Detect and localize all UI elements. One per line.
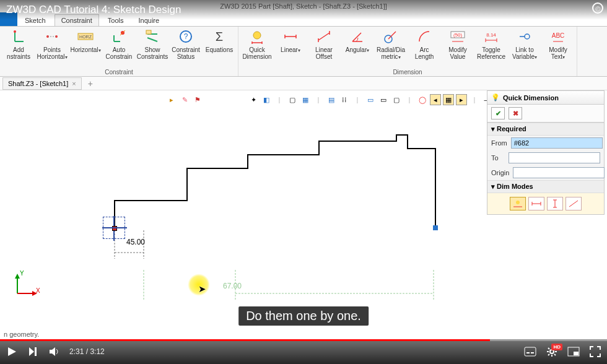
svg-rect-29 (574, 352, 579, 355)
section-dim-modes[interactable]: ▾ Dim Modes (487, 180, 604, 193)
svg-text:ABC: ABC (552, 32, 565, 39)
angular-button[interactable]: Angular (343, 28, 372, 67)
label: Constraint Status (172, 46, 200, 60)
toggle-reference-button[interactable]: 8.14 Toggle Reference (476, 28, 506, 67)
origin-input[interactable] (513, 167, 605, 178)
show-constraints-button[interactable]: Show Constraints (138, 28, 167, 67)
linear-offset-icon (315, 28, 333, 45)
perpendicular-icon (10, 28, 27, 45)
cube-icon[interactable]: ◧ (261, 94, 272, 105)
outline-icon[interactable]: ▢ (391, 94, 402, 105)
svg-rect-24 (525, 347, 536, 356)
section-label: Required (497, 125, 526, 132)
section-required[interactable]: ▾ Required (487, 123, 604, 136)
document-tab[interactable]: Shaft.Z3 - [Sketch1] × (2, 77, 82, 90)
time-display: 2:31 / 3:12 (69, 347, 105, 356)
video-top-right: ◴ (592, 2, 603, 14)
toggle-b-icon[interactable]: ▦ (443, 94, 454, 105)
sep: | (404, 94, 415, 105)
linear-button[interactable]: Linear (276, 28, 305, 67)
ribbon-group-constraint: Add nstraints Points Horizontal HORZ Hor… (0, 27, 238, 76)
run-icon[interactable]: ▸ (166, 94, 177, 105)
horizontal-button[interactable]: HORZ Horizontal (71, 28, 100, 67)
watch-later-icon[interactable]: ◴ (592, 2, 603, 14)
confirm-button[interactable]: ✔ (491, 107, 505, 119)
coordinate-system-icon: Y X (11, 272, 38, 302)
ribbon-group-dimension: Quick Dimension Linear Linear Offset Ang… (238, 27, 577, 76)
pencil-icon[interactable]: ✎ (179, 94, 190, 105)
label: Show Constraints (137, 46, 168, 60)
modify-text-icon: ABC (549, 28, 567, 45)
next-button[interactable] (27, 346, 38, 357)
modify-text-button[interactable]: ABC Modify Text (543, 28, 573, 67)
time-sep: / (84, 347, 90, 356)
dash-rect-icon[interactable]: ▭ (378, 94, 389, 105)
volume-control[interactable] (48, 346, 59, 357)
tab-tools[interactable]: Tools (102, 15, 130, 26)
dim-mode-horizontal[interactable] (528, 197, 544, 210)
cancel-button[interactable]: ✖ (509, 107, 522, 119)
toggle-reference-icon: 8.14 (483, 28, 500, 45)
hd-badge: HD (551, 344, 562, 350)
constraint-status-button[interactable]: ? Constraint Status (171, 28, 201, 67)
svg-point-0 (14, 30, 16, 33)
miniplayer-button[interactable] (567, 347, 580, 357)
linear-offset-button[interactable]: Linear Offset (309, 28, 339, 67)
box-icon[interactable]: ▢ (287, 94, 298, 105)
grid-blue-icon[interactable]: ▤ (326, 94, 337, 105)
cubes-icon[interactable]: ▦ (300, 94, 311, 105)
dotted-icon[interactable]: ⁞⁞ (339, 94, 350, 105)
from-input[interactable] (511, 137, 603, 149)
document-tabs: Shaft.Z3 - [Sketch1] × + (0, 77, 607, 90)
play-button[interactable] (6, 346, 17, 357)
volume-icon (48, 346, 59, 357)
label: Quick Dimension (242, 46, 271, 60)
auto-constrain-button[interactable]: Auto Constrain (104, 28, 134, 67)
label: Add nstraints (7, 46, 30, 60)
tab-sketch[interactable]: Sketch (19, 15, 52, 26)
close-icon[interactable]: × (72, 80, 76, 87)
dim-mode-vertical[interactable] (547, 197, 563, 210)
dim-mode-aligned[interactable] (566, 197, 582, 210)
dim-mode-auto[interactable] (510, 197, 526, 210)
toggle-a-icon[interactable]: ◂ (430, 94, 441, 105)
origin-label: Origin (491, 169, 509, 176)
svg-text:?: ? (184, 32, 188, 41)
layer-icon[interactable]: ▭ (365, 94, 376, 105)
window-title: ZW3D 2015 Part [Shaft], Sketch - [Shaft.… (220, 2, 387, 10)
constraint-status-icon: ? (177, 28, 194, 45)
svg-rect-15 (433, 225, 438, 230)
radial-diameter-button[interactable]: Radial/Dia metric (376, 28, 406, 67)
flag-icon[interactable]: ⚑ (192, 94, 203, 105)
label: Angular (346, 46, 369, 54)
fullscreen-button[interactable] (590, 346, 601, 357)
modify-value-button[interactable]: (50) Modify Value (443, 28, 473, 67)
video-caption: Do them one by one. (238, 306, 369, 326)
from-label: From (491, 139, 507, 147)
new-document-button[interactable]: + (82, 77, 99, 90)
circle-icon[interactable]: ◯ (417, 94, 428, 105)
link-to-variable-button[interactable]: Link to Variable (510, 28, 539, 67)
svg-point-19 (516, 201, 520, 204)
tab-constraint[interactable]: Constraint (55, 14, 99, 26)
modify-value-icon: (50) (449, 28, 466, 45)
auto-constrain-icon (110, 28, 128, 45)
link-variable-icon (516, 28, 533, 45)
tab-inquire[interactable]: Inquire (132, 15, 165, 26)
equations-button[interactable]: Σ Equations (204, 28, 234, 67)
progress-track[interactable] (0, 339, 607, 341)
file-tab[interactable] (0, 12, 17, 26)
show-constraints-icon (144, 28, 161, 45)
to-input[interactable] (509, 152, 600, 163)
label: Link to Variable (512, 46, 537, 61)
points-horizontal-button[interactable]: Points Horizontal (37, 28, 67, 67)
arc-length-button[interactable]: Arc Length (409, 28, 439, 67)
quick-dimension-button[interactable]: Quick Dimension (242, 28, 272, 67)
toggle-c-icon[interactable]: ▸ (456, 94, 467, 105)
settings-button[interactable]: HD (546, 346, 557, 357)
axis-y-label: Y (20, 270, 24, 277)
wand-icon[interactable]: ✦ (248, 94, 259, 105)
captions-button[interactable] (524, 347, 536, 357)
dim-mode-row (487, 193, 604, 214)
add-constraints-button[interactable]: Add nstraints (4, 28, 33, 67)
